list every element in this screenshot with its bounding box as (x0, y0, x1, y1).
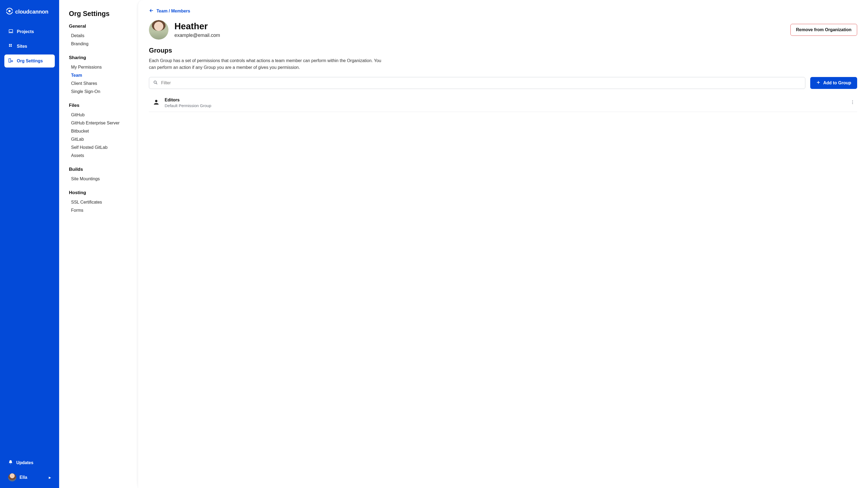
current-user-name: Ella (20, 475, 27, 480)
settings-link-gitlab[interactable]: GitLab (69, 135, 129, 143)
arrow-left-icon (149, 8, 154, 14)
brand-logo-icon (6, 8, 13, 16)
settings-link-my-permissions[interactable]: My Permissions (69, 63, 129, 71)
svg-point-14 (852, 100, 853, 101)
groups-toolbar: Add to Group (149, 77, 857, 89)
settings-link-forms[interactable]: Forms (69, 206, 129, 215)
filter-input-wrap[interactable] (149, 77, 805, 89)
settings-link-team[interactable]: Team (69, 71, 129, 79)
kebab-menu-icon[interactable] (848, 98, 857, 107)
nav-label: Projects (17, 29, 34, 34)
avatar (8, 474, 16, 482)
grid-icon (8, 43, 13, 50)
group-list: Editors Default Permission Group (149, 95, 857, 112)
svg-rect-4 (9, 30, 12, 32)
member-avatar (149, 20, 168, 40)
member-name: Heather (175, 22, 220, 31)
settings-link-ssl[interactable]: SSL Certificates (69, 198, 129, 206)
svg-rect-2 (6, 10, 7, 12)
settings-link-branding[interactable]: Branding (69, 40, 129, 48)
settings-link-details[interactable]: Details (69, 32, 129, 40)
settings-group-title: Sharing (69, 55, 129, 61)
settings-link-self-gitlab[interactable]: Self Hosted GitLab (69, 143, 129, 152)
primary-sidebar: cloudcannon Projects Sites (0, 0, 59, 488)
svg-point-1 (8, 10, 10, 12)
svg-rect-8 (9, 45, 10, 46)
settings-group-title: Hosting (69, 190, 129, 195)
svg-rect-9 (10, 45, 12, 46)
member-email: example@email.com (175, 33, 220, 38)
laptop-icon (8, 29, 13, 35)
breadcrumb-label: Team / Members (156, 9, 190, 13)
settings-link-github-es[interactable]: GitHub Enterprise Server (69, 119, 129, 127)
settings-link-assets[interactable]: Assets (69, 152, 129, 160)
member-identity: Heather example@email.com (175, 22, 220, 38)
svg-point-15 (852, 102, 853, 102)
nav-label: Org Settings (17, 59, 43, 63)
svg-rect-10 (9, 59, 11, 62)
sidebar-bottom: Updates Ella ▶ (4, 457, 55, 484)
settings-link-bitbucket[interactable]: Bitbucket (69, 127, 129, 135)
settings-group-builds: Builds Site Mountings (69, 167, 129, 183)
settings-link-github[interactable]: GitHub (69, 111, 129, 119)
group-name: Editors (165, 98, 211, 102)
chevron-right-icon: ▶ (49, 476, 51, 479)
add-to-group-label: Add to Group (823, 80, 851, 86)
svg-rect-3 (12, 10, 13, 12)
settings-group-files: Files GitHub GitHub Enterprise Server Bi… (69, 103, 129, 160)
primary-nav: Projects Sites Org Settings (4, 25, 55, 67)
nav-item-projects[interactable]: Projects (4, 25, 55, 38)
settings-group-hosting: Hosting SSL Certificates Forms (69, 190, 129, 215)
current-user-menu[interactable]: Ella ▶ (4, 470, 55, 484)
groups-heading: Groups (149, 46, 857, 54)
member-header: Heather example@email.com Remove from Or… (149, 20, 857, 40)
person-icon (153, 99, 160, 107)
svg-point-13 (155, 100, 158, 102)
svg-point-16 (852, 103, 853, 104)
settings-group-general: General Details Branding (69, 24, 129, 48)
settings-group-title: Builds (69, 167, 129, 172)
nav-label: Sites (17, 44, 27, 49)
main-content: Team / Members Heather example@email.com… (138, 0, 868, 488)
bell-icon (8, 460, 13, 466)
settings-link-client-shares[interactable]: Client Shares (69, 79, 129, 88)
group-row[interactable]: Editors Default Permission Group (149, 95, 857, 112)
search-icon (153, 80, 158, 86)
svg-rect-6 (10, 44, 12, 45)
brand-name: cloudcannon (15, 9, 48, 15)
settings-link-site-mountings[interactable]: Site Mountings (69, 175, 129, 183)
settings-group-title: General (69, 24, 129, 29)
nav-item-org-settings[interactable]: Org Settings (4, 55, 55, 67)
brand: cloudcannon (4, 5, 55, 24)
settings-group-title: Files (69, 103, 129, 108)
breadcrumb-back[interactable]: Team / Members (149, 8, 190, 14)
svg-point-11 (11, 61, 13, 62)
group-subtitle: Default Permission Group (165, 103, 211, 108)
filter-input[interactable] (161, 80, 801, 86)
remove-from-org-button[interactable]: Remove from Organization (790, 24, 857, 36)
updates-link[interactable]: Updates (4, 457, 55, 469)
nav-item-sites[interactable]: Sites (4, 40, 55, 53)
settings-link-sso[interactable]: Single Sign-On (69, 88, 129, 96)
svg-rect-5 (9, 44, 10, 45)
updates-label: Updates (16, 460, 33, 465)
org-settings-icon (8, 58, 13, 64)
group-text: Editors Default Permission Group (165, 98, 211, 108)
plus-icon (816, 80, 820, 86)
groups-description: Each Group has a set of permissions that… (149, 58, 388, 71)
settings-title: Org Settings (69, 10, 129, 18)
settings-group-sharing: Sharing My Permissions Team Client Share… (69, 55, 129, 96)
add-to-group-button[interactable]: Add to Group (810, 77, 857, 89)
settings-panel: Org Settings General Details Branding Sh… (59, 0, 138, 488)
